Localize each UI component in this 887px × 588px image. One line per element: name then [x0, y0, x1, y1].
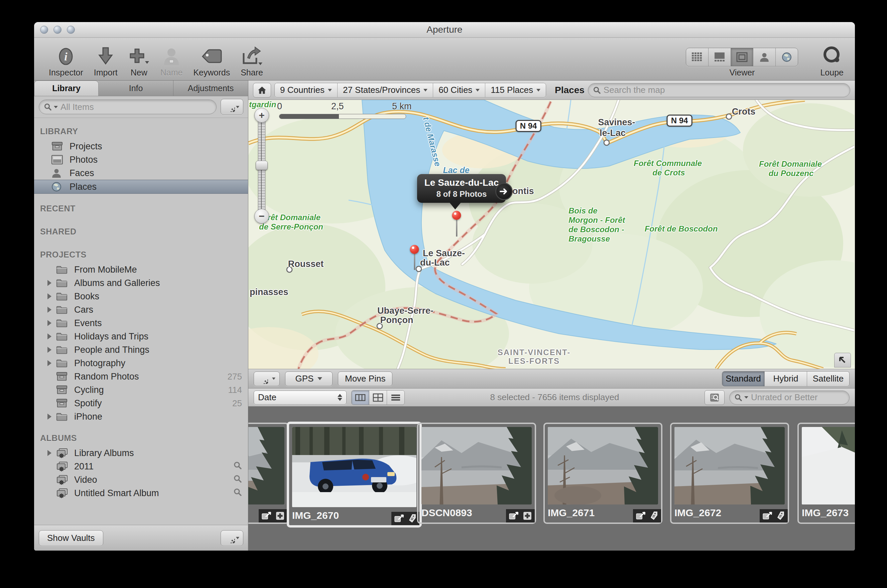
inspector-button[interactable]: i Inspector: [44, 38, 89, 80]
sidebar-item-people-and-things[interactable]: People and Things: [34, 343, 248, 357]
pin-head-icon[interactable]: [410, 245, 419, 254]
sidebar-item-places[interactable]: Places: [34, 180, 248, 194]
map-search-field[interactable]: [588, 83, 850, 97]
minimize-button[interactable]: [54, 26, 62, 34]
photo-pin-lesauze-lower[interactable]: [410, 245, 419, 270]
disclosure-triangle-icon[interactable]: [48, 414, 51, 420]
sidebar-item-cars[interactable]: Cars: [34, 303, 248, 316]
sidebar-item-cycling[interactable]: Cycling 114: [34, 383, 248, 397]
tab-adjustments[interactable]: Adjustments: [173, 81, 248, 96]
disclosure-triangle-icon[interactable]: [48, 293, 51, 299]
sidebar-item-video[interactable]: Video: [34, 473, 248, 486]
thumbnail-img-2673[interactable]: IMG_2673: [797, 423, 855, 524]
map-home-button[interactable]: [253, 83, 271, 98]
show-vaults-button[interactable]: Show Vaults: [39, 530, 103, 546]
viewer-faces-button[interactable]: [753, 48, 776, 66]
thumbnail-img-2672[interactable]: IMG_2672: [670, 423, 789, 524]
disclosure-triangle-icon[interactable]: [48, 333, 51, 339]
sidebar-item-random-photos[interactable]: Random Photos 275: [34, 370, 248, 383]
sidebar-item-events[interactable]: Events: [34, 316, 248, 330]
name-button[interactable]: Name: [155, 38, 188, 80]
zoom-button[interactable]: [67, 26, 75, 34]
loupe-button[interactable]: Loupe: [818, 38, 846, 80]
sidebar-item-albums-and-galleries[interactable]: Albums and Galleries: [34, 276, 248, 290]
inspector-tabs: Library Info Adjustments: [34, 81, 248, 96]
thumbnail-img-2671[interactable]: IMG_2671: [543, 423, 662, 524]
map-zoom-slider[interactable]: + −: [254, 108, 269, 223]
view-list-button[interactable]: [387, 390, 404, 405]
close-button[interactable]: [40, 26, 48, 34]
disclosure-triangle-icon[interactable]: [48, 307, 51, 313]
library-search-input[interactable]: [60, 102, 212, 112]
disclosure-triangle-icon[interactable]: [48, 280, 51, 286]
pin-head-icon[interactable]: [452, 211, 461, 220]
move-pins-label: Move Pins: [345, 374, 385, 384]
share-button[interactable]: Share: [235, 38, 269, 80]
search-scope-chevron-icon[interactable]: [744, 396, 748, 399]
thumbnail-img-2670[interactable]: IMG_2670: [287, 422, 422, 528]
gear-chevron-icon: [272, 378, 275, 380]
sidebar-item-untitled-smart-album[interactable]: Untitled Smart Album: [34, 486, 248, 500]
viewer-places-button[interactable]: [776, 48, 798, 66]
breadcrumb-countries[interactable]: 9 Countries: [275, 83, 338, 97]
sidebar-item-books[interactable]: Books: [34, 290, 248, 303]
map-mode-hybrid[interactable]: Hybrid: [765, 372, 807, 386]
tab-library[interactable]: Library: [34, 81, 99, 96]
breadcrumb-cities[interactable]: 60 Cities: [433, 83, 485, 97]
disclosure-triangle-icon[interactable]: [48, 347, 51, 353]
sidebar-item-photography[interactable]: Photography: [34, 357, 248, 370]
library-action-gear-button[interactable]: [221, 99, 243, 115]
map-label-rousset: Rousset: [288, 259, 324, 269]
sidebar-item-library-albums[interactable]: Library Albums: [34, 446, 248, 460]
photo-pin-lesauze-upper[interactable]: [452, 211, 461, 237]
browser-search-input[interactable]: [750, 392, 855, 403]
move-pins-button[interactable]: Move Pins: [338, 372, 392, 386]
zoom-out-button[interactable]: −: [254, 209, 269, 224]
map-label-serre-2: de Serre-Ponçon: [259, 222, 323, 231]
sidebar-item-from-mobileme[interactable]: From MobileMe: [34, 263, 248, 276]
map-mode-satellite[interactable]: Satellite: [807, 372, 849, 386]
sidebar-item-2011[interactable]: 2011: [34, 460, 248, 473]
breadcrumb-places[interactable]: 115 Places: [485, 83, 546, 97]
map-mode-standard[interactable]: Standard: [722, 372, 765, 386]
sidebar-item-photos[interactable]: Photos: [34, 153, 248, 166]
viewer-split-button[interactable]: [708, 48, 731, 66]
map-action-gear-button[interactable]: [254, 372, 280, 386]
sidebar-item-projects[interactable]: Projects: [34, 140, 248, 153]
zoom-in-button[interactable]: +: [254, 108, 269, 123]
map-search-input[interactable]: [603, 84, 845, 96]
sidebar-item-holidays-and-trips[interactable]: Holidays and Trips: [34, 330, 248, 343]
title-bar[interactable]: Aperture: [34, 22, 855, 38]
tab-info[interactable]: Info: [99, 81, 173, 96]
disclosure-triangle-icon[interactable]: [48, 450, 51, 456]
thumbnail-dscn0893[interactable]: DSCN0893: [417, 423, 536, 524]
disclosure-triangle-icon[interactable]: [48, 360, 51, 366]
keywords-label: Keywords: [193, 68, 230, 78]
breadcrumb-states[interactable]: 27 States/Provinces: [338, 83, 433, 97]
search-scope-chevron-icon[interactable]: [54, 106, 58, 108]
library-search-field[interactable]: [39, 99, 216, 114]
tooltip-arrow-button[interactable]: [495, 183, 513, 200]
filter-hud-button[interactable]: [704, 390, 725, 405]
sidebar-item-iphone[interactable]: iPhone: [34, 410, 248, 423]
new-button[interactable]: New: [123, 38, 155, 80]
view-grid-button[interactable]: [369, 390, 387, 405]
map-canvas[interactable]: tgardin t de Marasse Lac de Serre- N 94 …: [248, 100, 855, 369]
item-label: Cars: [74, 305, 93, 315]
gps-dropdown-button[interactable]: GPS: [285, 372, 333, 386]
import-button[interactable]: Import: [89, 38, 123, 80]
viewer-grid-button[interactable]: [686, 48, 708, 66]
sidebar-item-faces[interactable]: Faces: [34, 166, 248, 180]
zoom-slider-thumb[interactable]: [256, 161, 268, 170]
viewer-viewer-button[interactable]: [731, 48, 753, 66]
thumbnail-partial-left[interactable]: [248, 423, 289, 524]
browser-search-field[interactable]: [729, 390, 849, 405]
keywords-button[interactable]: Keywords: [188, 38, 235, 80]
browser-filmstrip[interactable]: IMG_2670: [248, 406, 855, 550]
vault-action-gear-button[interactable]: [221, 530, 243, 546]
sidebar-item-spotify[interactable]: Spotify 25: [34, 397, 248, 410]
sort-popup[interactable]: Date: [254, 390, 347, 405]
map-corner-button[interactable]: [834, 353, 851, 368]
view-filmstrip-button[interactable]: [351, 390, 369, 405]
disclosure-triangle-icon[interactable]: [48, 320, 51, 326]
